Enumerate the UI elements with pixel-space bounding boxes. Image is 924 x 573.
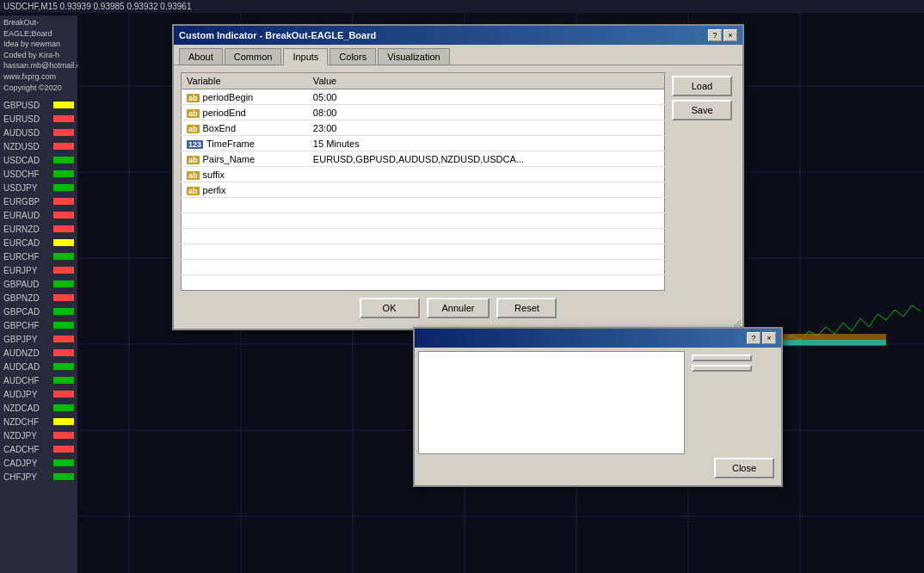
row-name: BoxEnd: [203, 123, 237, 133]
dialog2-close-button[interactable]: ×: [762, 332, 776, 344]
bottom-buttons: OK Annuler Reset: [181, 291, 736, 322]
inputs-table: Variable Value abperiodBegin 05:00 abper…: [181, 72, 665, 291]
col-value: Value: [308, 73, 665, 89]
row-value[interactable]: EURUSD,GBPUSD,AUDUSD,NZDUSD,USDCA...: [308, 151, 665, 167]
row-name: Pairs_Name: [203, 154, 256, 164]
row-name: periodEnd: [203, 108, 246, 118]
tab-visualization[interactable]: Visualization: [378, 48, 450, 65]
row-name: TimeFrame: [206, 139, 255, 149]
table-row: abperfix: [182, 182, 665, 198]
dialog2-white-area: [418, 351, 685, 454]
tab-about[interactable]: About: [179, 48, 223, 65]
table-row: [182, 229, 665, 244]
tab-colors[interactable]: Colors: [330, 48, 376, 65]
dialog2-help-button[interactable]: ?: [747, 332, 761, 344]
dialog-titlebar: Custom Indicator - BreakOut-EAGLE_Board …: [174, 26, 742, 45]
row-value[interactable]: [308, 167, 665, 182]
type-badge: ab: [187, 109, 200, 118]
dialog-controls: ? ×: [708, 29, 737, 41]
close-button[interactable]: Close: [714, 458, 774, 478]
inputs-table-wrapper: Variable Value abperiodBegin 05:00 abper…: [181, 72, 665, 291]
side-buttons: Load Save: [668, 72, 736, 291]
dialog-content: Variable Value abperiodBegin 05:00 abper…: [174, 65, 742, 329]
load-button[interactable]: Load: [672, 76, 732, 96]
annuler-button[interactable]: Annuler: [427, 298, 490, 318]
row-value[interactable]: 15 Minutes: [308, 136, 665, 151]
table-row: [182, 260, 665, 275]
col-variable: Variable: [182, 73, 308, 89]
tab-inputs[interactable]: Inputs: [283, 48, 328, 65]
dialog-title: Custom Indicator - BreakOut-EAGLE_Board: [179, 30, 376, 40]
dialog-close-button[interactable]: ×: [724, 29, 737, 41]
type-badge: ab: [187, 94, 200, 102]
dialog2-btn1[interactable]: [692, 354, 752, 361]
row-name: suffix: [203, 169, 225, 180]
table-row: abPairs_Name EURUSD,GBPUSD,AUDUSD,NZDUSD…: [182, 151, 665, 167]
type-badge: ab: [187, 187, 200, 195]
dialog2-titlebar: ? ×: [415, 329, 781, 348]
dialog-help-button[interactable]: ?: [708, 29, 722, 41]
table-row: absuffix: [182, 167, 665, 182]
reset-button[interactable]: Reset: [496, 298, 557, 318]
dialog2-btn2[interactable]: [692, 365, 752, 372]
type-badge: ab: [187, 171, 200, 180]
row-value[interactable]: 23:00: [308, 120, 665, 136]
tab-common[interactable]: Common: [225, 48, 282, 65]
dialog2-content: Close: [415, 348, 781, 485]
row-value[interactable]: [308, 182, 665, 198]
dialog2-body: [418, 351, 778, 454]
type-badge: ab: [187, 125, 200, 133]
tab-bar: About Common Inputs Colors Visualization: [174, 45, 742, 65]
table-row: 123TimeFrame 15 Minutes: [182, 136, 665, 151]
table-row: abperiodBegin 05:00: [182, 89, 665, 105]
dialog2-controls: ? ×: [747, 332, 776, 344]
dialog-overlay: Custom Indicator - BreakOut-EAGLE_Board …: [0, 0, 924, 573]
custom-indicator-dialog: Custom Indicator - BreakOut-EAGLE_Board …: [172, 24, 744, 330]
dialog2-bottom: Close: [418, 454, 778, 482]
save-button[interactable]: Save: [672, 100, 732, 120]
table-row: abBoxEnd 23:00: [182, 120, 665, 136]
ok-button[interactable]: OK: [360, 298, 420, 318]
type-badge: 123: [187, 140, 203, 149]
table-row: [182, 213, 665, 229]
row-name: perfix: [203, 185, 226, 195]
row-value[interactable]: 05:00: [308, 89, 665, 105]
table-row: [182, 275, 665, 291]
table-row: abperiodEnd 08:00: [182, 105, 665, 120]
row-value[interactable]: 08:00: [308, 105, 665, 120]
table-row: [182, 198, 665, 213]
second-dialog: ? × Close: [413, 327, 783, 487]
dialog2-side-controls: [688, 351, 755, 454]
table-with-buttons: Variable Value abperiodBegin 05:00 abper…: [181, 72, 736, 291]
table-row: [182, 244, 665, 260]
type-badge: ab: [187, 156, 200, 164]
row-name: periodBegin: [203, 92, 254, 102]
